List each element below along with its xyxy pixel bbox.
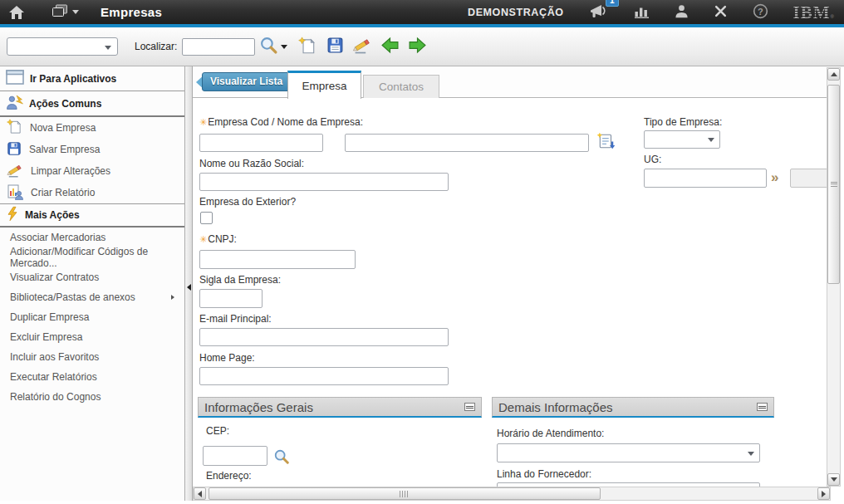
sidebar-item-go-to-apps[interactable]: Ir Para Aplicativos: [0, 66, 184, 91]
empresa-form: ✳Empresa Cod / Nome da Empresa: Tipo de …: [193, 98, 827, 487]
horizontal-scrollbar[interactable]: [193, 487, 831, 501]
tipo-empresa-dropdown[interactable]: [644, 130, 720, 149]
select-list-icon: [597, 132, 616, 153]
arrow-left-icon: [198, 491, 202, 497]
search-options-button[interactable]: [278, 37, 290, 56]
ug-label: UG:: [644, 154, 661, 165]
empresa-cod-label: ✳Empresa Cod / Nome da Empresa:: [199, 116, 363, 128]
sidebar-item-excluir-empresa[interactable]: Excluir Empresa: [0, 327, 184, 347]
horizontal-scrollbar-thumb[interactable]: [209, 487, 601, 500]
select-from-list-button[interactable]: [597, 132, 616, 153]
sidebar-item-visualizar-contratos[interactable]: Visualizar Contratos: [0, 267, 184, 287]
save-button[interactable]: [325, 37, 345, 56]
vertical-scrollbar-thumb[interactable]: [827, 85, 840, 284]
scroll-right-button[interactable]: [817, 487, 830, 500]
scroll-up-button[interactable]: [827, 68, 840, 81]
visualizar-lista-button[interactable]: Visualizar Lista: [196, 72, 291, 91]
report-icon: [7, 183, 23, 203]
main-content: Visualizar Lista Empresa Contatos ✳Empre…: [193, 66, 844, 501]
tab-bar: Visualizar Lista Empresa Contatos: [193, 66, 827, 98]
tab-label: Contatos: [379, 81, 424, 93]
sidebar-item-label: Excluir Empresa: [10, 331, 82, 343]
sidebar-item-salvar-empresa[interactable]: Salvar Empresa: [0, 139, 184, 160]
arrow-up-icon: [831, 72, 837, 76]
sidebar-item-limpar-alteracoes[interactable]: Limpar Alterações: [0, 160, 184, 182]
chevron-down-icon: [281, 45, 287, 49]
visualizar-lista-label: Visualizar Lista: [202, 72, 291, 91]
nome-razao-input[interactable]: [199, 173, 449, 191]
empresa-cod-input[interactable]: [199, 134, 323, 152]
bar-chart-icon: [634, 4, 650, 21]
sidebar-splitter[interactable]: [184, 66, 193, 501]
sidebar-item-adicionar-modificar-codigos[interactable]: Adicionar/Modificar Códigos de Mercado..…: [0, 247, 184, 267]
app-header: Empresas DEMONSTRAÇÃO 1: [0, 0, 844, 27]
more-actions-title: Mais Ações: [25, 209, 80, 221]
empresa-exterior-checkbox[interactable]: [200, 212, 213, 224]
new-document-icon: [298, 37, 316, 57]
help-icon: ?: [753, 3, 768, 22]
vertical-scrollbar[interactable]: [827, 67, 841, 487]
collapse-section-icon[interactable]: [757, 403, 768, 411]
email-label: E-mail Principal:: [199, 313, 272, 325]
tab-label: Empresa: [302, 80, 346, 92]
sidebar-item-relatorio-cognos[interactable]: Relatório do Cognos: [0, 387, 184, 407]
sidebar-item-biblioteca-pastas-anexos[interactable]: Biblioteca/Pastas de anexos: [0, 287, 184, 307]
horario-dropdown[interactable]: [497, 443, 760, 462]
sigla-input[interactable]: [199, 289, 263, 308]
clear-button[interactable]: [352, 37, 372, 56]
sidebar-item-label: Nova Empresa: [30, 122, 96, 134]
chevron-down-icon: [105, 46, 111, 50]
section-title: Informações Gerais: [204, 400, 313, 414]
forward-button[interactable]: [407, 37, 427, 56]
homepage-label: Home Page:: [199, 352, 255, 364]
required-icon: ✳: [199, 234, 207, 244]
ug-expand-button[interactable]: »: [771, 171, 778, 184]
tab-empresa[interactable]: Empresa: [287, 71, 361, 99]
homepage-input[interactable]: [199, 367, 449, 385]
sidebar-item-criar-relatorio[interactable]: Criar Relatório: [0, 182, 184, 203]
cep-search-button[interactable]: [273, 448, 290, 467]
sidebar-item-label: Executar Relatórios: [10, 371, 97, 383]
collapse-sidebar-icon[interactable]: [187, 284, 191, 291]
collapse-section-icon[interactable]: [464, 403, 475, 411]
sidebar-item-label: Biblioteca/Pastas de anexos: [10, 291, 135, 303]
required-icon: ✳: [199, 117, 207, 127]
apps-menu-button[interactable]: [52, 2, 79, 22]
submenu-arrow-icon: [171, 295, 174, 300]
scroll-down-button[interactable]: [827, 473, 840, 486]
context-combobox[interactable]: [7, 37, 118, 56]
sidebar-item-label: Visualizar Contratos: [10, 272, 99, 283]
sidebar-item-label: Relatório do Cognos: [10, 391, 101, 403]
empresa-nome-input[interactable]: [345, 134, 589, 152]
localizar-input[interactable]: [182, 38, 255, 56]
notification-badge: 1: [606, 0, 619, 7]
search-icon: [273, 448, 290, 467]
close-icon: [714, 4, 728, 21]
arrow-right-icon: [408, 37, 427, 56]
close-session-button[interactable]: [714, 2, 728, 22]
sidebar-item-nova-empresa[interactable]: Nova Empresa: [0, 117, 184, 139]
sidebar-item-incluir-favoritos[interactable]: Incluir aos Favoritos: [0, 347, 184, 367]
chevron-down-icon: [708, 138, 714, 142]
empresa-exterior-label: Empresa do Exterior?: [199, 196, 296, 208]
home-icon[interactable]: [8, 2, 25, 22]
reports-button[interactable]: [634, 2, 650, 22]
cnpj-label: ✳CNPJ:: [199, 233, 237, 245]
help-button[interactable]: ?: [753, 2, 768, 22]
scroll-left-button[interactable]: [194, 487, 206, 500]
cep-input[interactable]: [203, 446, 267, 466]
announcements-button[interactable]: 1: [589, 2, 609, 22]
ug-input[interactable]: [644, 169, 767, 188]
section-informacoes-gerais: Informações Gerais: [198, 397, 482, 418]
email-input[interactable]: [199, 328, 449, 346]
cnpj-input[interactable]: [199, 250, 356, 269]
back-button[interactable]: [380, 37, 400, 56]
sidebar-item-duplicar-empresa[interactable]: Duplicar Empresa: [0, 307, 184, 327]
user-profile-button[interactable]: [675, 2, 689, 22]
sidebar-item-associar-mercadorias[interactable]: Associar Mercadorias: [0, 228, 184, 247]
new-button[interactable]: [297, 37, 317, 56]
tab-contatos[interactable]: Contatos: [363, 75, 439, 98]
sidebar-item-executar-relatorios[interactable]: Executar Relatórios: [0, 367, 184, 387]
search-button[interactable]: [258, 37, 278, 56]
endereco-label: Endereço:: [206, 470, 252, 482]
